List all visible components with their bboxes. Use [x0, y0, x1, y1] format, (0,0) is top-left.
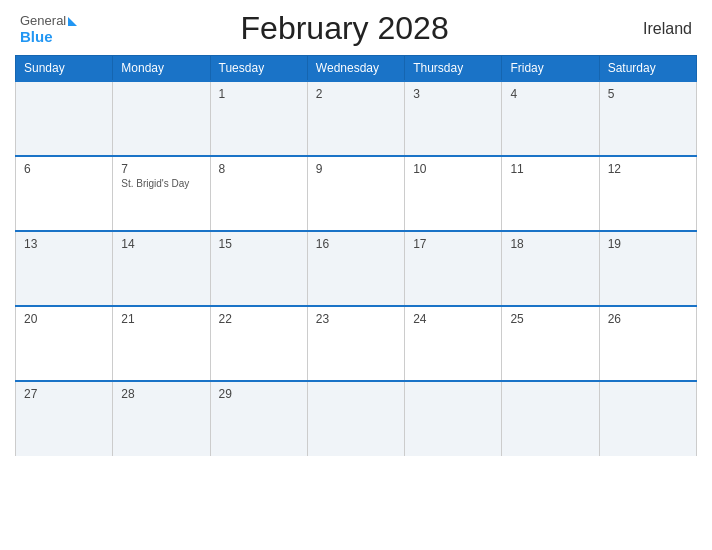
day-number: 27 [24, 387, 104, 401]
calendar-day-cell: 13 [16, 231, 113, 306]
country-label: Ireland [612, 20, 692, 38]
calendar-day-cell: 9 [307, 156, 404, 231]
header-saturday: Saturday [599, 56, 696, 82]
calendar-body: 1234567St. Brigid's Day89101112131415161… [16, 81, 697, 456]
calendar-day-cell: 4 [502, 81, 599, 156]
weekday-header-row: Sunday Monday Tuesday Wednesday Thursday… [16, 56, 697, 82]
day-number: 18 [510, 237, 590, 251]
header-tuesday: Tuesday [210, 56, 307, 82]
day-number: 26 [608, 312, 688, 326]
calendar-week-row: 272829 [16, 381, 697, 456]
calendar-day-cell: 17 [405, 231, 502, 306]
calendar-day-cell: 1 [210, 81, 307, 156]
calendar-day-cell: 20 [16, 306, 113, 381]
calendar-thead: Sunday Monday Tuesday Wednesday Thursday… [16, 56, 697, 82]
day-number: 4 [510, 87, 590, 101]
day-number: 24 [413, 312, 493, 326]
logo-general: General [20, 13, 66, 28]
calendar-week-row: 13141516171819 [16, 231, 697, 306]
day-number: 9 [316, 162, 396, 176]
header-thursday: Thursday [405, 56, 502, 82]
day-number: 10 [413, 162, 493, 176]
day-number: 22 [219, 312, 299, 326]
calendar-day-cell: 22 [210, 306, 307, 381]
calendar-day-cell: 24 [405, 306, 502, 381]
calendar-day-cell: 29 [210, 381, 307, 456]
calendar-day-cell [113, 81, 210, 156]
day-number: 14 [121, 237, 201, 251]
holiday-label: St. Brigid's Day [121, 178, 201, 189]
calendar-day-cell: 21 [113, 306, 210, 381]
day-number: 20 [24, 312, 104, 326]
calendar-header: General Blue February 2028 Ireland [15, 10, 697, 47]
calendar-week-row: 12345 [16, 81, 697, 156]
calendar-day-cell: 28 [113, 381, 210, 456]
day-number: 17 [413, 237, 493, 251]
calendar-week-row: 20212223242526 [16, 306, 697, 381]
day-number: 19 [608, 237, 688, 251]
calendar-day-cell: 18 [502, 231, 599, 306]
calendar-day-cell [16, 81, 113, 156]
day-number: 28 [121, 387, 201, 401]
calendar-week-row: 67St. Brigid's Day89101112 [16, 156, 697, 231]
logo-flag-icon [68, 17, 77, 26]
calendar-day-cell: 10 [405, 156, 502, 231]
calendar-container: General Blue February 2028 Ireland Sunda… [0, 0, 712, 550]
header-friday: Friday [502, 56, 599, 82]
calendar-day-cell: 11 [502, 156, 599, 231]
calendar-day-cell: 26 [599, 306, 696, 381]
calendar-day-cell: 5 [599, 81, 696, 156]
day-number: 23 [316, 312, 396, 326]
header-sunday: Sunday [16, 56, 113, 82]
header-monday: Monday [113, 56, 210, 82]
calendar-day-cell: 23 [307, 306, 404, 381]
day-number: 12 [608, 162, 688, 176]
day-number: 3 [413, 87, 493, 101]
day-number: 1 [219, 87, 299, 101]
calendar-day-cell [405, 381, 502, 456]
day-number: 15 [219, 237, 299, 251]
calendar-day-cell: 12 [599, 156, 696, 231]
calendar-day-cell: 8 [210, 156, 307, 231]
calendar-day-cell: 2 [307, 81, 404, 156]
calendar-day-cell: 16 [307, 231, 404, 306]
day-number: 16 [316, 237, 396, 251]
day-number: 21 [121, 312, 201, 326]
day-number: 11 [510, 162, 590, 176]
calendar-day-cell: 3 [405, 81, 502, 156]
calendar-day-cell: 25 [502, 306, 599, 381]
calendar-day-cell [502, 381, 599, 456]
calendar-day-cell: 19 [599, 231, 696, 306]
logo: General Blue [20, 13, 77, 45]
calendar-title: February 2028 [77, 10, 612, 47]
calendar-day-cell: 6 [16, 156, 113, 231]
day-number: 25 [510, 312, 590, 326]
header-wednesday: Wednesday [307, 56, 404, 82]
calendar-day-cell [307, 381, 404, 456]
calendar-day-cell: 14 [113, 231, 210, 306]
day-number: 29 [219, 387, 299, 401]
day-number: 5 [608, 87, 688, 101]
day-number: 2 [316, 87, 396, 101]
calendar-day-cell: 15 [210, 231, 307, 306]
logo-blue: Blue [20, 28, 77, 45]
calendar-table: Sunday Monday Tuesday Wednesday Thursday… [15, 55, 697, 456]
calendar-day-cell: 7St. Brigid's Day [113, 156, 210, 231]
calendar-day-cell: 27 [16, 381, 113, 456]
day-number: 6 [24, 162, 104, 176]
day-number: 7 [121, 162, 201, 176]
day-number: 8 [219, 162, 299, 176]
day-number: 13 [24, 237, 104, 251]
calendar-day-cell [599, 381, 696, 456]
